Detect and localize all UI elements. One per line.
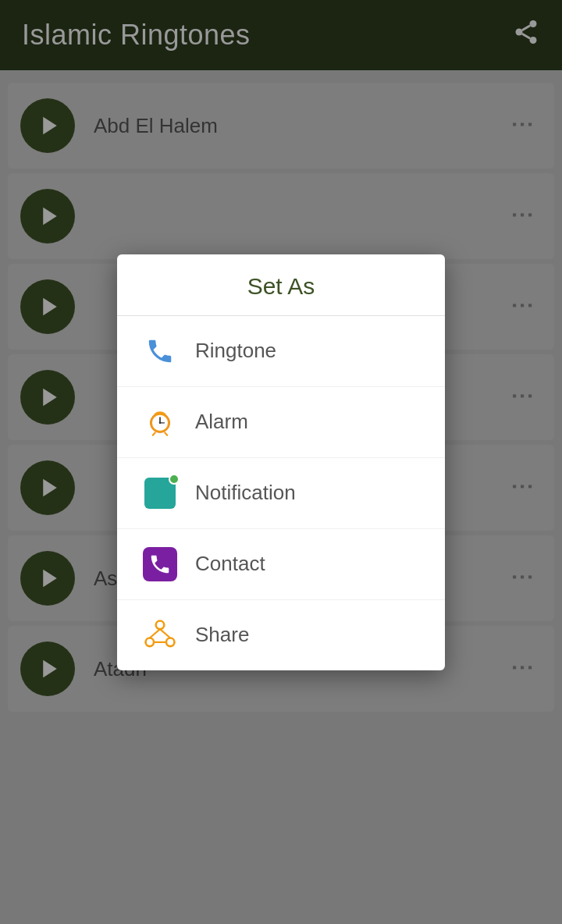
contact-label: Contact xyxy=(195,552,265,576)
svg-point-20 xyxy=(146,638,155,646)
option-share[interactable]: Share xyxy=(117,600,445,670)
svg-line-22 xyxy=(150,629,160,638)
option-contact[interactable]: Contact xyxy=(117,529,445,600)
alarm-icon xyxy=(140,403,180,442)
notification-icon xyxy=(140,474,180,513)
set-as-dialog: Set As Ringtone xyxy=(117,254,445,670)
svg-line-18 xyxy=(165,432,167,435)
svg-line-23 xyxy=(160,629,170,638)
option-alarm[interactable]: Alarm xyxy=(117,387,445,458)
share-option-icon xyxy=(140,616,180,655)
share-label: Share xyxy=(195,623,249,647)
svg-point-19 xyxy=(156,620,165,629)
dialog-overlay[interactable]: Set As Ringtone xyxy=(0,0,562,924)
ringtone-label: Ringtone xyxy=(195,339,276,363)
phone-icon xyxy=(140,332,180,371)
option-notification[interactable]: Notification xyxy=(117,458,445,529)
alarm-label: Alarm xyxy=(195,410,248,434)
dialog-title: Set As xyxy=(117,254,445,316)
option-ringtone[interactable]: Ringtone xyxy=(117,316,445,387)
svg-line-17 xyxy=(153,432,155,435)
contact-icon xyxy=(140,545,180,584)
notification-label: Notification xyxy=(195,481,296,505)
svg-point-16 xyxy=(159,421,162,424)
svg-point-21 xyxy=(166,638,175,646)
